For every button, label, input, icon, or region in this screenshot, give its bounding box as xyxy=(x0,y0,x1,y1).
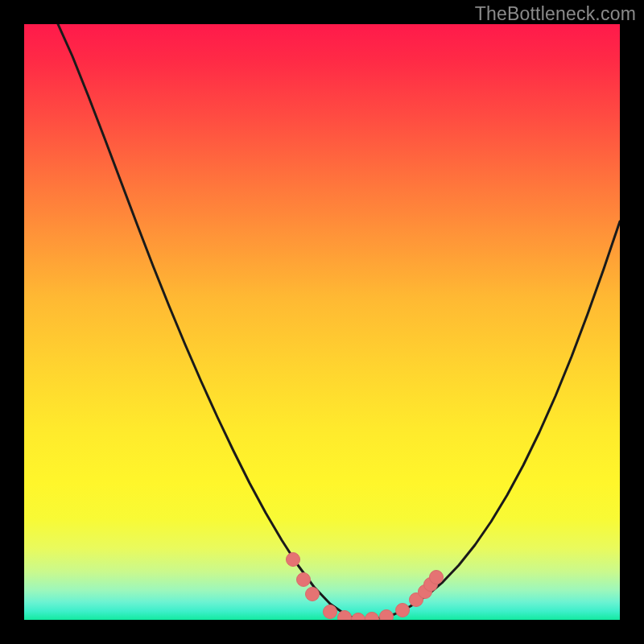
curve-group xyxy=(58,24,620,620)
highlight-marker xyxy=(380,610,394,621)
highlight-marker xyxy=(324,605,337,619)
highlight-marker xyxy=(352,613,365,621)
highlight-marker xyxy=(365,613,379,621)
highlight-marker xyxy=(287,553,300,567)
chart-plot-area xyxy=(24,24,620,620)
curve-bottleneck-curve-right xyxy=(358,221,620,620)
highlight-marker xyxy=(297,573,311,587)
marker-group xyxy=(287,553,444,621)
highlight-marker xyxy=(396,604,410,617)
curve-bottleneck-curve-left xyxy=(58,24,358,620)
highlight-marker xyxy=(306,588,320,601)
highlight-marker xyxy=(430,571,444,584)
chart-frame: TheBottleneck.com xyxy=(0,0,644,644)
chart-svg xyxy=(24,24,620,620)
watermark-label: TheBottleneck.com xyxy=(475,3,636,25)
